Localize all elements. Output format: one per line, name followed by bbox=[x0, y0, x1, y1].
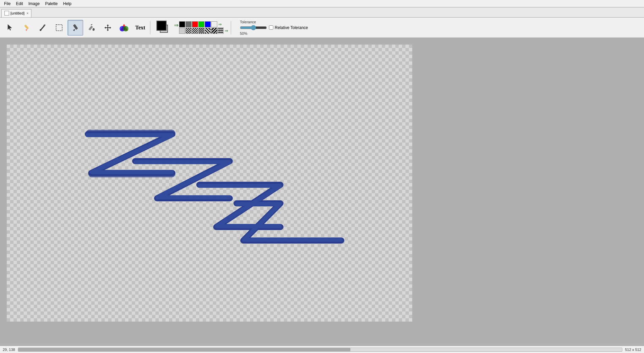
drawing-svg bbox=[7, 45, 412, 322]
color-darkgray[interactable] bbox=[185, 21, 192, 27]
pen-icon bbox=[71, 24, 79, 32]
color-grid: ⇒ ⇒ bbox=[179, 21, 229, 34]
document-tab-icon bbox=[4, 11, 9, 16]
tool-select[interactable] bbox=[3, 20, 18, 35]
brush-strokes-thick bbox=[90, 133, 172, 174]
eyedropper-icon bbox=[39, 24, 47, 32]
tolerance-row: Relative Tolerance bbox=[240, 25, 308, 30]
app: File Edit Image Palette Help [untitled] … bbox=[0, 0, 644, 353]
svg-rect-0 bbox=[24, 24, 29, 29]
scrollbar-container bbox=[18, 348, 622, 352]
color-balance-icon bbox=[119, 23, 129, 33]
tabbar: [untitled] × bbox=[0, 7, 644, 18]
tool-eyedropper[interactable] bbox=[35, 20, 51, 35]
palette-area: ⇒ ⇒ bbox=[155, 19, 229, 36]
document-tab[interactable]: [untitled] × bbox=[1, 9, 31, 17]
tab-close-button[interactable]: × bbox=[27, 11, 29, 15]
fill-icon bbox=[88, 24, 96, 32]
scrollbar-thumb bbox=[18, 348, 350, 351]
cursor-coords: 29, 138 bbox=[3, 348, 15, 352]
tool-pencil[interactable] bbox=[19, 20, 34, 35]
svg-marker-1 bbox=[25, 29, 27, 31]
swap-colors-button[interactable]: ⇒ bbox=[174, 22, 178, 28]
svg-rect-8 bbox=[73, 24, 78, 30]
pattern-1[interactable] bbox=[185, 28, 192, 34]
color-blue[interactable] bbox=[205, 21, 211, 27]
color-red[interactable] bbox=[192, 21, 198, 27]
menu-palette[interactable]: Palette bbox=[42, 1, 60, 7]
menu-help[interactable]: Help bbox=[60, 1, 74, 7]
svg-line-11 bbox=[91, 24, 92, 25]
drawing-canvas[interactable] bbox=[7, 45, 412, 322]
pattern-4[interactable] bbox=[205, 28, 211, 34]
menubar: File Edit Image Palette Help bbox=[0, 0, 644, 7]
tab-title: [untitled] bbox=[10, 11, 25, 15]
toolbar: Text ⇒ ⇒ bbox=[0, 18, 644, 38]
svg-marker-9 bbox=[73, 29, 75, 31]
tolerance-separator bbox=[231, 21, 231, 34]
menu-image[interactable]: Image bbox=[26, 1, 42, 7]
foreground-indicator: ⇒ bbox=[218, 21, 222, 27]
canvas-dimensions: 512 x 512 bbox=[625, 348, 641, 352]
menu-edit[interactable]: Edit bbox=[13, 1, 26, 7]
main-area bbox=[0, 38, 644, 346]
pattern-6[interactable] bbox=[218, 28, 224, 34]
arrow-icon bbox=[6, 24, 15, 32]
tolerance-slider[interactable] bbox=[240, 25, 267, 30]
svg-line-3 bbox=[41, 25, 45, 30]
brush-strokes-variation bbox=[88, 135, 341, 240]
pattern-2[interactable] bbox=[192, 28, 198, 34]
tool-text[interactable]: Text bbox=[132, 20, 148, 35]
tool-fill[interactable] bbox=[84, 20, 99, 35]
tool-move[interactable] bbox=[100, 20, 116, 35]
statusbar: 29, 138 512 x 512 bbox=[0, 346, 644, 353]
svg-rect-7 bbox=[56, 25, 62, 31]
svg-point-4 bbox=[40, 29, 42, 31]
relative-tolerance-checkbox[interactable] bbox=[269, 25, 273, 30]
toolbar-separator bbox=[150, 21, 150, 34]
svg-point-15 bbox=[123, 26, 128, 31]
color-swatches-container bbox=[155, 19, 172, 36]
horizontal-scrollbar[interactable] bbox=[18, 348, 622, 352]
tool-pen[interactable] bbox=[68, 20, 83, 35]
pattern-5[interactable] bbox=[211, 28, 217, 34]
tolerance-section: Tolerance Relative Tolerance 50% bbox=[240, 20, 308, 35]
tool-color-balance[interactable] bbox=[116, 20, 132, 35]
color-green[interactable] bbox=[198, 21, 204, 27]
relative-tolerance-label: Relative Tolerance bbox=[275, 25, 308, 30]
rect-select-icon bbox=[55, 24, 63, 32]
background-indicator: ⇒ bbox=[224, 28, 229, 34]
relative-tolerance-checkbox-container: Relative Tolerance bbox=[269, 25, 308, 30]
pencil-icon bbox=[23, 24, 31, 32]
color-lightgray[interactable] bbox=[179, 28, 185, 34]
brush-strokes bbox=[88, 134, 341, 241]
pattern-3[interactable] bbox=[198, 28, 204, 34]
pattern-row: ⇒ bbox=[179, 28, 229, 34]
tolerance-label: Tolerance bbox=[240, 20, 308, 24]
color-white[interactable] bbox=[211, 21, 217, 27]
tolerance-value: 50% bbox=[240, 31, 308, 35]
menu-file[interactable]: File bbox=[1, 1, 13, 7]
tool-rect-select[interactable] bbox=[51, 20, 67, 35]
move-icon bbox=[104, 24, 112, 32]
color-black[interactable] bbox=[179, 21, 185, 27]
primary-color-swatch[interactable] bbox=[156, 21, 167, 31]
text-tool-label: Text bbox=[135, 25, 145, 31]
canvas-container bbox=[0, 38, 644, 346]
